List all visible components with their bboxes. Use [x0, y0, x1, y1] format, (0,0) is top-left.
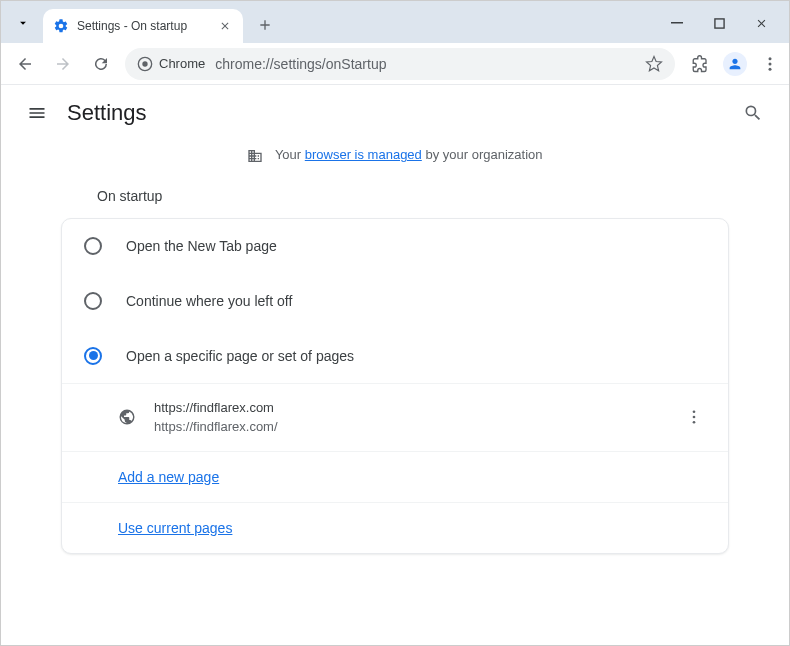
tab-search-dropdown[interactable]	[9, 9, 37, 37]
svg-rect-0	[671, 22, 683, 24]
tab-close-button[interactable]	[217, 18, 233, 34]
kebab-icon	[761, 55, 779, 73]
maximize-button[interactable]	[709, 13, 729, 33]
settings-menu-button[interactable]	[19, 95, 55, 131]
star-icon	[645, 55, 663, 73]
reload-icon	[92, 55, 110, 73]
svg-point-7	[693, 410, 696, 413]
settings-search-button[interactable]	[735, 95, 771, 131]
close-icon	[755, 17, 768, 30]
section-title: On startup	[61, 176, 729, 218]
add-page-row: Add a new page	[62, 451, 728, 502]
search-icon	[743, 103, 763, 123]
managed-link[interactable]: browser is managed	[305, 147, 422, 162]
page-title: Settings	[67, 100, 147, 126]
arrow-right-icon	[54, 55, 72, 73]
chrome-logo-icon	[137, 56, 153, 72]
extensions-button[interactable]	[691, 55, 709, 73]
entry-title: https://findflarex.com	[154, 398, 664, 418]
svg-point-4	[769, 57, 772, 60]
chip-label: Chrome	[159, 56, 205, 71]
browser-menu-button[interactable]	[761, 55, 779, 73]
option-new-tab[interactable]: Open the New Tab page	[62, 219, 728, 273]
globe-icon	[118, 408, 136, 426]
radio-icon	[84, 292, 102, 310]
omnibox-security-chip[interactable]: Chrome	[137, 56, 205, 72]
chevron-down-icon	[16, 16, 30, 30]
close-icon	[219, 20, 231, 32]
managed-banner: Your browser is managed by your organiza…	[1, 141, 789, 176]
url-text: chrome://settings/onStartup	[215, 56, 635, 72]
back-button[interactable]	[11, 50, 39, 78]
svg-point-9	[693, 421, 696, 424]
kebab-icon	[685, 408, 703, 426]
building-icon	[247, 148, 263, 164]
tab-strip: Settings - On startup	[1, 1, 789, 43]
forward-button[interactable]	[49, 50, 77, 78]
settings-header: Settings	[1, 85, 789, 141]
address-bar[interactable]: Chrome chrome://settings/onStartup	[125, 48, 675, 80]
tab-title: Settings - On startup	[77, 19, 209, 33]
startup-page-entry: https://findflarex.com https://findflare…	[62, 383, 728, 451]
minimize-icon	[671, 17, 683, 29]
settings-gear-icon	[53, 18, 69, 34]
toolbar-actions	[691, 52, 779, 76]
profile-button[interactable]	[723, 52, 747, 76]
add-page-link[interactable]: Add a new page	[118, 469, 219, 485]
svg-point-5	[769, 62, 772, 65]
option-specific-pages[interactable]: Open a specific page or set of pages	[62, 328, 728, 383]
maximize-icon	[714, 18, 725, 29]
browser-toolbar: Chrome chrome://settings/onStartup	[1, 43, 789, 85]
svg-point-6	[769, 67, 772, 70]
startup-card: Open the New Tab page Continue where you…	[61, 218, 729, 554]
arrow-left-icon	[16, 55, 34, 73]
bookmark-button[interactable]	[645, 55, 663, 73]
managed-prefix: Your	[275, 147, 305, 162]
new-tab-button[interactable]	[251, 11, 279, 39]
settings-content: On startup Open the New Tab page Continu…	[1, 176, 789, 554]
svg-point-3	[142, 61, 147, 66]
radio-label: Continue where you left off	[126, 293, 292, 309]
entry-menu-button[interactable]	[682, 405, 706, 429]
extension-icon	[691, 55, 709, 73]
radio-icon	[84, 237, 102, 255]
entry-text: https://findflarex.com https://findflare…	[154, 398, 664, 437]
entry-url: https://findflarex.com/	[154, 417, 664, 437]
close-window-button[interactable]	[751, 13, 771, 33]
radio-label: Open a specific page or set of pages	[126, 348, 354, 364]
svg-rect-1	[714, 18, 723, 27]
reload-button[interactable]	[87, 50, 115, 78]
hamburger-icon	[27, 103, 47, 123]
radio-label: Open the New Tab page	[126, 238, 277, 254]
window-controls	[667, 13, 771, 33]
svg-point-8	[693, 416, 696, 419]
radio-icon	[84, 347, 102, 365]
minimize-button[interactable]	[667, 13, 687, 33]
option-continue[interactable]: Continue where you left off	[62, 273, 728, 328]
browser-tab[interactable]: Settings - On startup	[43, 9, 243, 43]
person-icon	[727, 56, 743, 72]
plus-icon	[257, 17, 273, 33]
managed-suffix: by your organization	[422, 147, 543, 162]
use-current-row: Use current pages	[62, 502, 728, 553]
use-current-link[interactable]: Use current pages	[118, 520, 232, 536]
